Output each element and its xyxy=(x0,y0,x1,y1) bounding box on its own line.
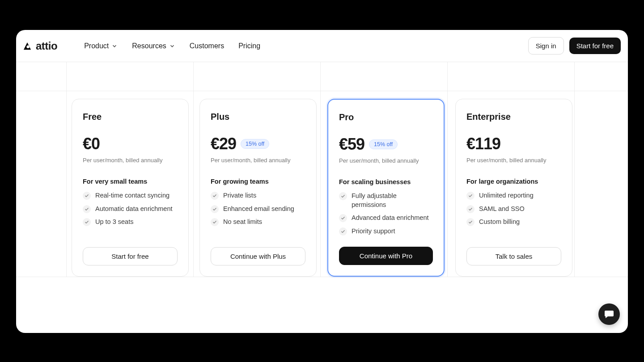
plan-tagline: For very small teams xyxy=(83,178,178,185)
primary-nav: Product Resources Customers Pricing xyxy=(84,42,260,50)
chevron-down-icon xyxy=(169,43,175,49)
plan-cta-button[interactable]: Talk to sales xyxy=(466,247,561,265)
feature-item: Unlimited reporting xyxy=(466,191,561,200)
nav-pricing[interactable]: Pricing xyxy=(238,42,260,50)
check-icon xyxy=(211,205,219,213)
signin-button[interactable]: Sign in xyxy=(528,37,564,55)
price-row: €119 xyxy=(466,135,561,153)
pricing-section: Free€0Per user/month, billed annuallyFor… xyxy=(16,62,628,277)
header-actions: Sign in Start for free xyxy=(528,37,621,55)
brand-name: attio xyxy=(36,40,57,52)
plan-price: €29 xyxy=(211,135,236,153)
feature-text: Enhanced email sending xyxy=(223,205,294,214)
check-icon xyxy=(339,227,347,236)
nav-resources[interactable]: Resources xyxy=(132,42,175,50)
check-icon xyxy=(83,192,91,200)
feature-item: Priority support xyxy=(339,227,433,236)
feature-item: Automatic data enrichment xyxy=(83,205,178,214)
site-header: attio Product Resources Customers Pricin… xyxy=(16,30,628,62)
plan-name: Plus xyxy=(211,112,305,122)
feature-item: Enhanced email sending xyxy=(211,205,305,214)
check-icon xyxy=(83,205,91,213)
brand-logo[interactable]: attio xyxy=(21,40,57,52)
feature-item: No seat limits xyxy=(211,218,305,227)
nav-product-label: Product xyxy=(84,42,109,50)
feature-text: Private lists xyxy=(223,191,256,200)
feature-text: Custom billing xyxy=(479,218,520,227)
feature-item: Private lists xyxy=(211,191,305,200)
plan-name: Free xyxy=(83,112,178,122)
billing-note: Per user/month, billed annually xyxy=(211,157,305,164)
feature-text: No seat limits xyxy=(223,218,262,227)
feature-text: Priority support xyxy=(352,227,395,236)
price-row: €5915% off xyxy=(339,135,433,154)
attio-logo-icon xyxy=(21,40,33,52)
check-icon xyxy=(211,192,219,200)
plan-price: €0 xyxy=(83,135,100,153)
pricing-card-plus: Plus€2915% offPer user/month, billed ann… xyxy=(199,99,317,277)
billing-note: Per user/month, billed annually xyxy=(339,157,433,164)
check-icon xyxy=(466,205,475,213)
features-list: Unlimited reportingSAML and SSOCustom bi… xyxy=(466,191,561,227)
nav-pricing-label: Pricing xyxy=(238,42,260,50)
feature-item: Up to 3 seats xyxy=(83,218,178,227)
billing-note: Per user/month, billed annually xyxy=(83,157,178,164)
chat-launcher[interactable] xyxy=(598,303,620,325)
pricing-card-enterprise: Enterprise€119Per user/month, billed ann… xyxy=(455,99,572,277)
check-icon xyxy=(339,214,347,222)
nav-product[interactable]: Product xyxy=(84,42,118,50)
nav-customers-label: Customers xyxy=(190,42,224,50)
nav-resources-label: Resources xyxy=(132,42,166,50)
features-list: Private listsEnhanced email sendingNo se… xyxy=(211,191,305,227)
price-row: €2915% off xyxy=(211,135,305,153)
discount-badge: 15% off xyxy=(241,139,269,149)
nav-customers[interactable]: Customers xyxy=(190,42,224,50)
check-icon xyxy=(466,218,475,226)
check-icon xyxy=(339,192,347,200)
plan-tagline: For growing teams xyxy=(211,178,305,185)
plan-tagline: For large organizations xyxy=(466,178,561,185)
plan-cta-button[interactable]: Continue with Pro xyxy=(339,247,433,265)
billing-note: Per user/month, billed annually xyxy=(466,157,561,164)
plan-cta-button[interactable]: Continue with Plus xyxy=(211,247,305,265)
feature-item: Fully adjustable permissions xyxy=(339,192,433,209)
price-row: €0 xyxy=(83,135,178,153)
feature-text: Real-time contact syncing xyxy=(95,191,169,200)
chevron-down-icon xyxy=(111,43,118,49)
plan-cta-button[interactable]: Start for free xyxy=(83,247,178,265)
feature-text: Unlimited reporting xyxy=(479,191,534,200)
start-free-button[interactable]: Start for free xyxy=(569,38,621,54)
plan-name: Enterprise xyxy=(466,112,561,122)
feature-item: Custom billing xyxy=(466,218,561,227)
plan-price: €119 xyxy=(466,135,500,153)
pricing-card-pro: Pro€5915% offPer user/month, billed annu… xyxy=(327,99,445,277)
features-list: Fully adjustable permissionsAdvanced dat… xyxy=(339,192,433,236)
discount-badge: 15% off xyxy=(369,139,398,149)
feature-text: SAML and SSO xyxy=(479,205,525,214)
feature-text: Fully adjustable permissions xyxy=(352,192,433,209)
feature-item: Real-time contact syncing xyxy=(83,191,178,200)
check-icon xyxy=(83,218,91,226)
check-icon xyxy=(211,218,219,226)
pricing-card-free: Free€0Per user/month, billed annuallyFor… xyxy=(72,99,189,277)
features-list: Real-time contact syncingAutomatic data … xyxy=(83,191,178,227)
feature-item: Advanced data enrichment xyxy=(339,214,433,223)
plan-name: Pro xyxy=(339,112,433,122)
feature-text: Advanced data enrichment xyxy=(352,214,429,223)
check-icon xyxy=(466,192,475,200)
feature-text: Up to 3 seats xyxy=(95,218,133,227)
plan-price: €59 xyxy=(339,135,364,154)
chat-icon xyxy=(604,309,614,320)
feature-item: SAML and SSO xyxy=(466,205,561,214)
plan-tagline: For scaling businesses xyxy=(339,178,433,185)
feature-text: Automatic data enrichment xyxy=(95,205,172,214)
